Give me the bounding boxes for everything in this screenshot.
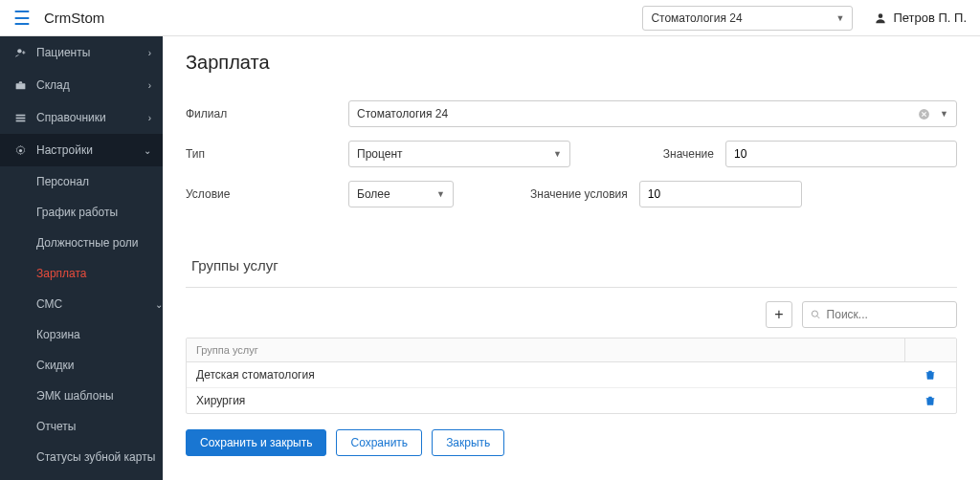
gear-icon (11, 144, 29, 157)
search-field[interactable] (827, 308, 948, 321)
row-name: Хирургия (187, 388, 904, 413)
user-icon (874, 11, 887, 25)
sidebar-item-patients[interactable]: Пациенты › (0, 36, 163, 69)
cond-value-field[interactable] (648, 187, 793, 201)
main-content: Зарплата Филиал Стоматология 24 ▼ Тип Пр… (163, 36, 980, 480)
save-button[interactable]: Сохранить (336, 429, 422, 456)
svg-point-0 (879, 13, 883, 18)
user-add-icon (11, 47, 29, 59)
save-close-button[interactable]: Сохранить и закрыть (186, 429, 326, 456)
table-row: Хирургия (187, 388, 956, 413)
sidebar-item-stock[interactable]: Склад › (0, 69, 163, 101)
type-select[interactable]: Процент ▼ (348, 141, 570, 167)
list-icon (11, 112, 29, 124)
search-input[interactable] (802, 301, 957, 328)
condition-label: Условие (186, 187, 348, 201)
brand-title: CrmStom (44, 10, 104, 26)
svg-point-1 (17, 49, 21, 53)
topbar: ☰ CrmStom Стоматология 24 ▼ Петров П. П. (0, 0, 980, 36)
sidebar-item-label: Склад (36, 78, 70, 92)
add-button[interactable]: + (766, 301, 792, 328)
cond-value-input[interactable] (639, 181, 802, 207)
row-name: Детская стоматология (187, 362, 904, 387)
cond-value-label: Значение условия (530, 187, 628, 201)
condition-value: Более (357, 187, 390, 201)
clear-icon[interactable] (918, 108, 930, 120)
value-input[interactable] (725, 141, 957, 167)
sidebar-item-settings[interactable]: Настройки ⌄ (0, 134, 163, 166)
sidebar: Пациенты › Склад › Справочники › Настрой… (0, 36, 163, 480)
plus-icon: + (774, 306, 783, 323)
chevron-right-icon: › (148, 80, 151, 91)
sidebar-sub-roles[interactable]: Должностные роли (0, 228, 163, 258)
search-icon (811, 309, 821, 320)
column-header: Группа услуг (187, 338, 904, 361)
section-title: Группы услуг (191, 257, 957, 273)
org-selector-value: Стоматология 24 (651, 11, 742, 25)
menu-toggle-icon[interactable]: ☰ (13, 7, 31, 30)
value-field[interactable] (734, 147, 948, 161)
sidebar-item-catalogs[interactable]: Справочники › (0, 101, 163, 134)
sidebar-sub-reports[interactable]: Отчеты (0, 411, 163, 442)
svg-rect-3 (15, 114, 25, 116)
sidebar-sub-trash[interactable]: Корзина (0, 319, 163, 350)
chevron-right-icon: › (148, 113, 151, 123)
branch-label: Филиал (186, 107, 348, 120)
value-label: Значение (663, 147, 714, 161)
svg-rect-4 (15, 117, 25, 119)
caret-down-icon: ▼ (835, 13, 844, 23)
trash-icon (924, 369, 936, 381)
page-title: Зарплата (186, 52, 957, 74)
sidebar-item-label: Пациенты (36, 46, 90, 59)
briefcase-icon (11, 79, 29, 92)
chevron-right-icon: › (148, 48, 151, 58)
delete-button[interactable] (904, 388, 956, 413)
caret-down-icon: ▼ (940, 109, 948, 119)
user-name: Петров П. П. (893, 11, 967, 25)
type-label: Тип (186, 147, 348, 161)
caret-down-icon: ▼ (436, 189, 445, 199)
sidebar-sub-personnel[interactable]: Персонал (0, 166, 163, 197)
sidebar-sub-salary[interactable]: Зарплата (0, 258, 163, 289)
sidebar-sub-sms[interactable]: СМС⌄ (0, 289, 163, 319)
sidebar-item-label: Настройки (36, 143, 93, 157)
delete-button[interactable] (904, 362, 956, 387)
svg-rect-5 (15, 120, 25, 121)
service-groups-table: Группа услуг Детская стоматология Хирург… (186, 338, 957, 414)
condition-select[interactable]: Более ▼ (348, 181, 454, 207)
svg-rect-2 (15, 83, 25, 89)
sidebar-sub-tooth-statuses[interactable]: Статусы зубной карты (0, 442, 163, 472)
sidebar-item-label: Справочники (36, 111, 106, 124)
table-row: Детская стоматология (187, 362, 956, 388)
svg-point-6 (18, 148, 21, 151)
chevron-down-icon: ⌄ (144, 145, 151, 156)
branch-select[interactable]: Стоматология 24 ▼ (348, 100, 957, 127)
type-value: Процент (357, 147, 403, 161)
svg-point-8 (812, 311, 817, 316)
branch-value: Стоматология 24 (357, 107, 448, 120)
sidebar-sub-discounts[interactable]: Скидки (0, 350, 163, 381)
chevron-down-icon: ⌄ (155, 299, 163, 310)
trash-icon (924, 395, 936, 406)
close-button[interactable]: Закрыть (432, 429, 504, 456)
sidebar-sub-schedule[interactable]: График работы (0, 197, 163, 228)
svg-line-9 (817, 316, 820, 318)
caret-down-icon: ▼ (553, 149, 562, 159)
user-block[interactable]: Петров П. П. (874, 11, 967, 25)
org-selector[interactable]: Стоматология 24 ▼ (642, 6, 853, 31)
sidebar-sub-emr-templates[interactable]: ЭМК шаблоны (0, 381, 163, 411)
